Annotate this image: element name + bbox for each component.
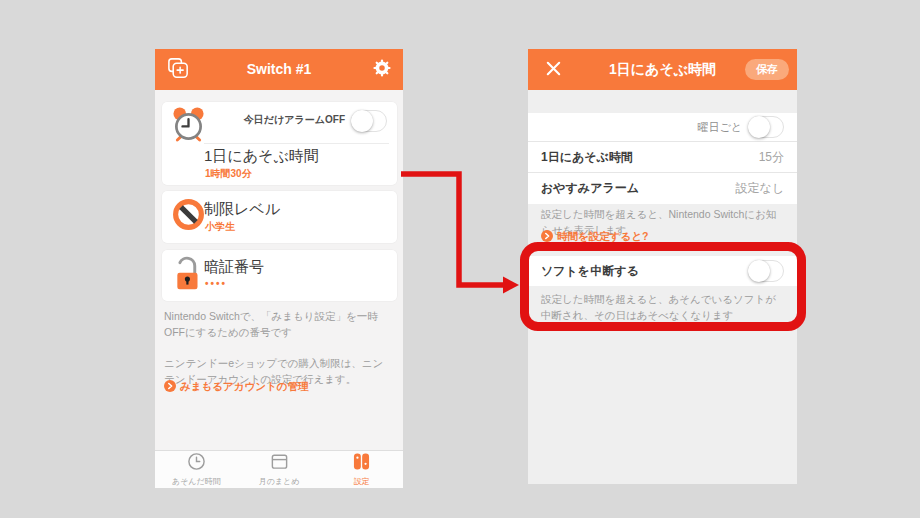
playtime-row-label: 1日にあそぶ時間 (541, 149, 633, 166)
pin-code-value: •••• (205, 278, 227, 289)
pin-code-card[interactable]: 暗証番号 •••• (162, 250, 397, 301)
alarm-off-today-label: 今日だけアラームOFF (244, 113, 345, 127)
daily-playtime-value: 1時間30分 (205, 167, 252, 181)
tab-settings-label: 設定 (354, 476, 370, 487)
account-management-link-label: みまもるアカウントの管理 (180, 380, 308, 394)
pin-note-text: Nintendo Switchで、「みまもり設定」を一時OFFにするための番号で… (164, 308, 394, 341)
account-management-link[interactable]: みまもるアカウントの管理 (164, 380, 308, 394)
alarm-clock-icon (172, 106, 205, 147)
bedtime-alarm-value: 設定なし (735, 180, 784, 197)
settings-rows: 曜日ごと 1日にあそぶ時間 15分 おやすみアラーム 設定なし (528, 113, 797, 204)
daily-playtime-title: 1日にあそぶ時間 (204, 147, 319, 166)
red-highlight-box (520, 242, 806, 331)
gear-icon (371, 57, 393, 83)
unlocked-padlock-icon (170, 254, 203, 299)
tab-monthly-summary[interactable]: 月のまとめ (238, 451, 321, 488)
screenshot-canvas: Switch #1 (0, 0, 920, 518)
pin-code-title: 暗証番号 (204, 258, 264, 277)
restriction-level-title: 制限レベル (204, 200, 280, 219)
playtime-row[interactable]: 1日にあそぶ時間 15分 (528, 142, 797, 173)
clock-icon (187, 452, 206, 475)
bedtime-alarm-row[interactable]: おやすみアラーム 設定なし (528, 173, 797, 204)
left-screen-title: Switch #1 (155, 49, 403, 90)
no-entry-icon (172, 198, 205, 235)
settings-button[interactable] (369, 57, 395, 83)
restriction-level-card[interactable]: 制限レベル 小学生 (162, 191, 397, 243)
calendar-icon (270, 452, 289, 475)
tab-play-activity-label: あそんだ時間 (172, 476, 221, 487)
tab-settings[interactable]: 設定 (320, 451, 403, 488)
card-divider (204, 143, 389, 144)
switch-joycon-icon (353, 452, 370, 475)
daily-playtime-card[interactable]: 今日だけアラームOFF 1日にあそぶ時間 1時間30分 (162, 102, 397, 185)
playtime-row-value: 15分 (759, 149, 784, 166)
tab-play-activity[interactable]: あそんだ時間 (155, 451, 238, 488)
parental-controls-home-screen: Switch #1 (155, 49, 403, 488)
bedtime-alarm-label: おやすみアラーム (541, 180, 639, 197)
left-appbar: Switch #1 (155, 49, 403, 90)
weekday-toggle[interactable] (748, 116, 784, 138)
alarm-off-today-toggle[interactable] (351, 110, 387, 132)
right-appbar: 1日にあそぶ時間 保存 (528, 49, 797, 90)
weekday-toggle-row: 曜日ごと (528, 113, 797, 142)
restriction-level-value: 小学生 (205, 220, 235, 234)
tab-monthly-summary-label: 月のまとめ (259, 476, 300, 487)
chevron-circle-icon (164, 380, 176, 394)
save-button[interactable]: 保存 (745, 59, 789, 80)
weekday-label: 曜日ごと (697, 120, 742, 135)
bottom-tab-bar: あそんだ時間 月のまとめ (155, 450, 403, 488)
